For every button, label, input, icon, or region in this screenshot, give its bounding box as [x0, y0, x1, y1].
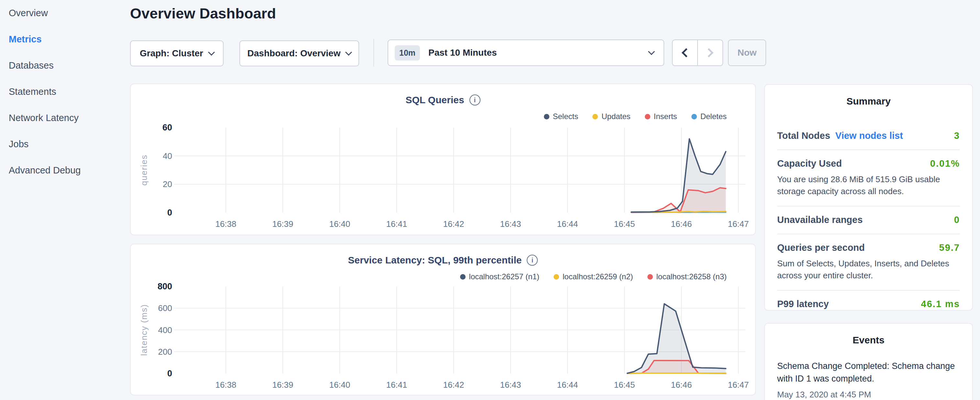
sidebar-item-overview[interactable]: Overview: [9, 8, 129, 34]
sidebar-item-metrics[interactable]: Metrics: [9, 34, 129, 60]
svg-text:0: 0: [167, 369, 172, 378]
summary-row-p99-latency: P99 latency 46.1 ms: [777, 290, 960, 318]
time-range-dropdown[interactable]: 10m Past 10 Minutes: [388, 40, 664, 66]
graph-scope-dropdown-label: Graph: Cluster: [140, 48, 203, 59]
sidebar: Overview Metrics Databases Statements Ne…: [0, 0, 129, 191]
summary-row-value: 59.7: [939, 242, 960, 253]
svg-text:800: 800: [158, 282, 172, 291]
summary-row-unavailable-ranges: Unavailable ranges 0: [777, 206, 960, 234]
svg-text:16:41: 16:41: [386, 219, 407, 229]
summary-row-label: Capacity Used: [777, 158, 842, 169]
svg-text:latency (ms): latency (ms): [139, 304, 149, 356]
dashboard-dropdown[interactable]: Dashboard: Overview: [239, 40, 359, 66]
svg-text:16:45: 16:45: [614, 219, 635, 229]
summary-row-total-nodes: Total Nodes View nodes list 3: [777, 122, 960, 150]
svg-text:16:42: 16:42: [443, 219, 464, 229]
summary-row-value: 0.01%: [930, 158, 960, 169]
summary-row-queries-per-second: Queries per second 59.7 Sum of Selects, …: [777, 234, 960, 290]
time-range-label: Past 10 Minutes: [428, 48, 497, 58]
svg-text:16:45: 16:45: [614, 380, 635, 390]
chevron-down-icon: [345, 49, 352, 56]
page-title: Overview Dashboard: [130, 5, 276, 22]
svg-text:16:38: 16:38: [215, 380, 236, 390]
summary-row-label: Total Nodes: [777, 131, 830, 141]
sql-queries-chart: 16:3816:3916:4016:4116:4216:4316:4416:45…: [131, 84, 755, 234]
summary-panel: Summary Total Nodes View nodes list 3 Ca…: [764, 84, 973, 311]
event-timestamp: May 13, 2020 at 4:45 PM: [777, 390, 960, 400]
service-latency-chart: 16:3816:3916:4016:4116:4216:4316:4416:45…: [131, 244, 755, 395]
dashboard-dropdown-label: Dashboard: Overview: [248, 48, 341, 59]
time-prev-button[interactable]: [673, 40, 698, 65]
time-window-nav: [672, 40, 723, 66]
svg-text:0: 0: [167, 208, 172, 217]
svg-text:16:38: 16:38: [215, 219, 236, 229]
summary-row-description: You are using 28.6 MiB of 515.9 GiB usab…: [777, 174, 960, 198]
svg-text:16:46: 16:46: [671, 380, 692, 390]
svg-text:16:43: 16:43: [500, 219, 521, 229]
summary-row-value: 3: [954, 131, 960, 141]
now-button[interactable]: Now: [728, 40, 766, 66]
event-message[interactable]: Schema Change Completed: Schema change w…: [777, 360, 960, 385]
events-title: Events: [777, 335, 960, 346]
events-panel: Events Schema Change Completed: Schema c…: [764, 323, 973, 400]
summary-row-capacity-used: Capacity Used 0.01% You are using 28.6 M…: [777, 150, 960, 206]
summary-row-description: Sum of Selects, Updates, Inserts, and De…: [777, 258, 960, 282]
sidebar-item-advanced-debug[interactable]: Advanced Debug: [9, 165, 129, 191]
svg-text:400: 400: [158, 325, 172, 335]
chevron-down-icon: [208, 49, 215, 56]
sidebar-item-jobs[interactable]: Jobs: [9, 139, 129, 165]
summary-row-label: Queries per second: [777, 242, 865, 253]
summary-row-value: 0: [954, 215, 960, 225]
svg-text:20: 20: [163, 179, 172, 189]
sql-queries-chart-card: SQL Queries i SelectsUpdatesInsertsDelet…: [130, 83, 756, 235]
view-nodes-list-link[interactable]: View nodes list: [835, 131, 903, 141]
summary-row-label: P99 latency: [777, 299, 829, 309]
overview-dashboard-page: Overview Metrics Databases Statements Ne…: [0, 0, 980, 400]
sidebar-item-statements[interactable]: Statements: [9, 86, 129, 113]
svg-text:200: 200: [158, 347, 172, 357]
time-range-badge: 10m: [395, 45, 420, 61]
chevron-down-icon: [648, 48, 655, 55]
toolbar-divider: [373, 39, 374, 67]
time-next-button[interactable]: [698, 40, 722, 65]
svg-text:16:40: 16:40: [329, 380, 350, 390]
svg-text:queries: queries: [139, 155, 149, 186]
svg-text:16:41: 16:41: [386, 380, 407, 390]
summary-row-label: Unavailable ranges: [777, 215, 862, 225]
svg-text:60: 60: [162, 123, 172, 132]
service-latency-chart-card: Service Latency: SQL, 99th percentile i …: [130, 244, 756, 395]
svg-text:16:47: 16:47: [728, 380, 749, 390]
summary-row-value: 46.1 ms: [921, 299, 960, 309]
svg-text:16:40: 16:40: [329, 219, 350, 229]
sidebar-item-network-latency[interactable]: Network Latency: [9, 113, 129, 139]
svg-text:16:39: 16:39: [272, 219, 293, 229]
svg-text:16:44: 16:44: [557, 380, 578, 390]
chevron-right-icon: [704, 48, 713, 57]
sidebar-item-databases[interactable]: Databases: [9, 60, 129, 86]
svg-text:16:43: 16:43: [500, 380, 521, 390]
svg-text:40: 40: [163, 151, 172, 161]
svg-text:600: 600: [158, 303, 172, 313]
svg-text:16:44: 16:44: [557, 219, 578, 229]
chevron-left-icon: [682, 48, 691, 57]
svg-text:16:42: 16:42: [443, 380, 464, 390]
svg-text:16:47: 16:47: [728, 219, 749, 229]
svg-text:16:46: 16:46: [671, 219, 692, 229]
summary-title: Summary: [777, 96, 960, 107]
svg-text:16:39: 16:39: [272, 380, 293, 390]
graph-scope-dropdown[interactable]: Graph: Cluster: [130, 40, 224, 66]
